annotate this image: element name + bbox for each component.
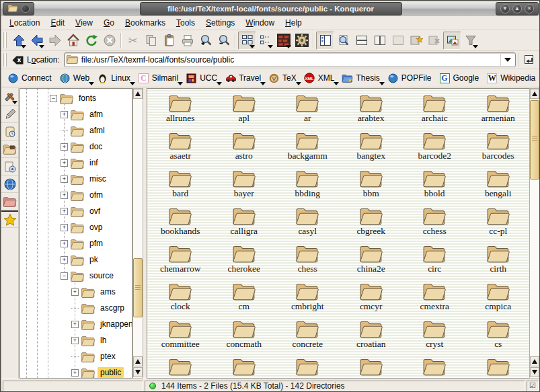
split-left-right-button[interactable] xyxy=(371,32,389,50)
folder-item-bookhands[interactable]: bookhands xyxy=(149,206,213,243)
folder-item-apl[interactable]: apl xyxy=(213,93,276,130)
folder-item[interactable] xyxy=(403,356,467,379)
tree-expander-plus-icon[interactable]: + xyxy=(61,192,68,199)
tree-item-fonts[interactable]: − fonts xyxy=(20,90,132,106)
tree-expander-plus-icon[interactable]: + xyxy=(61,224,68,231)
run-gear-button[interactable] xyxy=(293,32,311,50)
tree-expander-plus-icon[interactable]: + xyxy=(61,175,68,183)
up-dropdown-icon[interactable] xyxy=(21,45,26,48)
go-button[interactable] xyxy=(521,52,537,68)
find-file-button[interactable] xyxy=(334,32,352,50)
close-button-icon[interactable]: ✕ xyxy=(525,4,534,13)
close-tab-button[interactable] xyxy=(425,32,443,50)
bookmark-tex[interactable]: TeX xyxy=(266,71,301,85)
sidebar-bookmarks-star-icon[interactable] xyxy=(1,210,18,228)
tree-item-ovp[interactable]: + ovp xyxy=(20,219,132,235)
tree-expander-minus-icon[interactable]: − xyxy=(50,95,57,102)
icon-view-button[interactable] xyxy=(238,32,256,50)
folder-item-bard[interactable]: bard xyxy=(149,168,213,206)
tree-expander-plus-icon[interactable]: + xyxy=(71,321,79,328)
list-view-dropdown-icon[interactable] xyxy=(268,45,273,48)
tree-expander-plus-icon[interactable]: + xyxy=(71,288,79,296)
folder-item-casyl[interactable]: casyl xyxy=(276,206,340,243)
folder-item-ar[interactable]: ar xyxy=(276,93,340,130)
bookmark-dropdown-icon[interactable] xyxy=(130,82,135,85)
toolbar-grip[interactable] xyxy=(3,53,7,67)
bookmark-web[interactable]: Web xyxy=(56,71,94,85)
sticky-button-icon[interactable] xyxy=(22,5,30,13)
filter-button[interactable] xyxy=(461,32,479,50)
main-scroll-thumb[interactable] xyxy=(530,100,539,180)
bookmark-wikipedia[interactable]: WWikipedia xyxy=(484,71,540,85)
folder-item-cs[interactable]: cs xyxy=(467,319,530,356)
folder-item[interactable] xyxy=(340,356,403,379)
tree-item-source[interactable]: − source xyxy=(20,268,132,284)
location-combo[interactable]: file:/usr/TeX/texmf-local/fonts/source/p… xyxy=(64,52,516,67)
tree-expander-plus-icon[interactable]: + xyxy=(61,256,68,264)
forward-button[interactable] xyxy=(46,32,64,50)
tree-scroll-down-icon[interactable] xyxy=(133,367,143,377)
sidebar-home-folder-icon[interactable] xyxy=(1,141,18,158)
sidebar-pencil-icon[interactable] xyxy=(1,106,18,123)
bookmark-dropdown-icon[interactable] xyxy=(379,82,385,85)
tree-item-ptex[interactable]: ptex xyxy=(20,348,132,364)
bookmark-google[interactable]: GGoogle xyxy=(436,71,484,85)
folder-item-bbm[interactable]: bbm xyxy=(340,168,403,206)
maximize-button-icon[interactable]: ▲ xyxy=(512,4,522,13)
tree-item-pfm[interactable]: + pfm xyxy=(20,235,132,251)
split-top-bottom-button[interactable] xyxy=(352,32,371,50)
zoom-in-button[interactable] xyxy=(196,32,215,50)
tree-item-doc[interactable]: + doc xyxy=(20,139,132,155)
show-sidebar-button[interactable] xyxy=(316,32,334,50)
folder-item-cchess[interactable]: cchess xyxy=(403,206,467,243)
sidebar-configure-icon[interactable] xyxy=(1,88,18,106)
menu-bookmarks[interactable]: Bookmarks xyxy=(120,17,171,29)
folder-item-committee[interactable]: committee xyxy=(149,319,213,356)
tree-item-afm[interactable]: + afm xyxy=(20,106,132,122)
menu-edit[interactable]: Edit xyxy=(45,17,70,29)
tree-item-jknappen[interactable]: + jknappen xyxy=(20,316,132,332)
reload-button[interactable] xyxy=(82,32,100,50)
tree-scroll-up2-icon[interactable] xyxy=(133,356,143,366)
minimize-button-icon[interactable]: ▼ xyxy=(500,4,510,13)
tree-expander-plus-icon[interactable]: + xyxy=(61,240,68,247)
up-button[interactable] xyxy=(9,32,28,50)
sidebar-history-icon[interactable] xyxy=(1,123,18,141)
stop-button[interactable] xyxy=(100,32,118,50)
main-scroll-up2-icon[interactable] xyxy=(530,356,539,366)
tree-expander-plus-icon[interactable]: + xyxy=(61,208,68,215)
folder-item-asaetr[interactable]: asaetr xyxy=(149,130,213,168)
folder-item-circ[interactable]: circ xyxy=(403,243,467,281)
folder-item-bbding[interactable]: bbding xyxy=(276,168,340,206)
filter-dropdown-icon[interactable] xyxy=(473,45,478,48)
location-dropdown-icon[interactable] xyxy=(500,54,514,66)
sidebar-root-folder-icon[interactable] xyxy=(1,193,18,210)
folder-item-clock[interactable]: clock xyxy=(149,281,213,319)
sidebar-network-globe-icon[interactable] xyxy=(1,175,18,193)
bookmark-dropdown-icon[interactable] xyxy=(178,82,183,85)
title-bar[interactable]: file:/usr/TeX/texmf-local/fonts/source/p… xyxy=(1,1,540,16)
folder-item-concmath[interactable]: concmath xyxy=(213,319,276,356)
tree-expander-plus-icon[interactable]: + xyxy=(61,143,68,151)
bookmark-dropdown-icon[interactable] xyxy=(296,82,301,85)
tree-item-ofm[interactable]: + ofm xyxy=(20,187,132,203)
bookmark-connect[interactable]: Connect xyxy=(5,71,56,85)
icon-view-dropdown-icon[interactable] xyxy=(249,45,255,48)
bookmark-linux[interactable]: Linux xyxy=(94,71,135,85)
folder-icon-view[interactable]: allrunes apl ar arabtex archaic armenian… xyxy=(147,88,529,379)
folder-item-bbold[interactable]: bbold xyxy=(403,168,467,206)
bookmark-dropdown-icon[interactable] xyxy=(217,82,222,85)
clear-location-button[interactable] xyxy=(9,52,26,68)
print-button[interactable] xyxy=(178,32,196,50)
zoom-out-button[interactable] xyxy=(215,32,233,50)
menu-help[interactable]: Help xyxy=(280,17,307,29)
folder-item-cbgreek[interactable]: cbgreek xyxy=(340,206,403,243)
folder-item-astro[interactable]: astro xyxy=(213,130,276,168)
folder-item-bengali[interactable]: bengali xyxy=(467,168,530,206)
bookmark-dropdown-icon[interactable] xyxy=(89,82,94,85)
folder-item-cherokee[interactable]: cherokee xyxy=(213,243,276,281)
tree-item-afml[interactable]: afml xyxy=(20,122,132,139)
folder-item-allrunes[interactable]: allrunes xyxy=(149,93,213,130)
folder-item[interactable] xyxy=(467,356,530,379)
menu-location[interactable]: Location xyxy=(4,17,45,29)
